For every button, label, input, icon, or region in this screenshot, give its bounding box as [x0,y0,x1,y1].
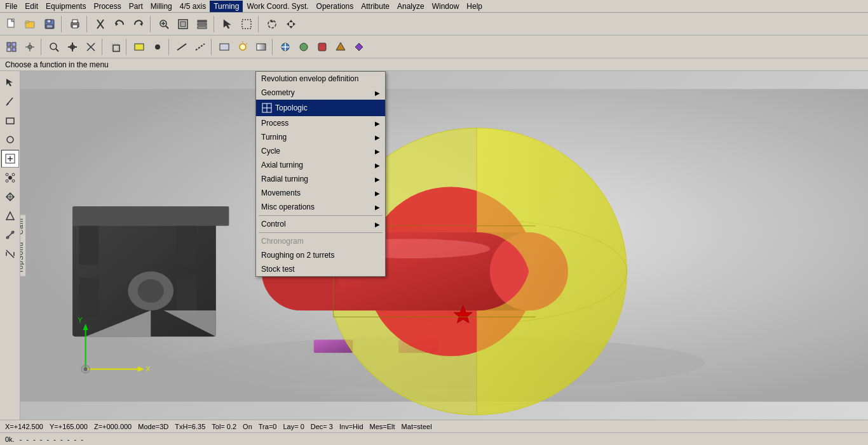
topsolid-cam-label: TopSolid ' Cam [20,215,26,277]
dd-topologic[interactable]: Topologic [256,100,385,116]
svg-line-52 [246,43,247,44]
tb2-op1[interactable] [276,38,294,56]
tb-save[interactable] [41,15,58,33]
svg-marker-59 [336,43,345,50]
tb-sep-3 [150,16,153,32]
menu-45axis[interactable]: 4/5 axis [176,1,210,12]
tb2-op2[interactable] [295,38,313,56]
tb2-pattern[interactable] [191,38,209,56]
dropdown-menu[interactable]: Revolution envelop definition Geometry ▶… [255,71,386,277]
tb-open[interactable] [22,15,39,33]
dd-process[interactable]: Process ▶ [256,116,385,130]
dd-geometry[interactable]: Geometry ▶ [256,86,385,100]
tb2-light[interactable] [234,38,252,56]
dd-movements[interactable]: Movements ▶ [256,186,385,200]
tool-pen[interactable] [1,93,19,110]
tb2-snap[interactable] [64,38,81,56]
tb-cursor[interactable] [219,15,236,33]
tb-layers[interactable] [193,15,211,33]
dd-revolution[interactable]: Revolution envelop definition [256,72,385,86]
status-text: Choose a function in the menu [5,60,109,69]
tb-print[interactable] [66,15,84,33]
svg-marker-28 [289,26,293,29]
coord-tol: Tol= 0.2 [212,423,236,430]
menu-workcoord[interactable]: Work Coord. Syst. [243,1,312,12]
svg-marker-29 [287,22,289,26]
tb2-search[interactable] [45,38,63,56]
main-area: X Y Revolution envelop definition Geomet… [0,71,868,420]
svg-marker-23 [224,20,231,29]
menu-help[interactable]: Help [463,1,486,12]
tb2-shading[interactable] [252,38,270,56]
svg-rect-86 [79,278,98,317]
dd-axialturning[interactable]: Axial turning ▶ [256,158,385,172]
toolbar-row-2 [0,36,868,58]
menu-turning[interactable]: Turning [210,1,243,12]
dd-sep-2 [259,232,383,233]
tool-node[interactable] [1,169,19,187]
tool-transform[interactable] [1,207,19,225]
tb-rotate[interactable] [263,15,281,33]
coord-z: Z=+000.000 [94,423,132,430]
tb2-sep-5 [211,39,214,55]
viewport[interactable]: X Y Revolution envelop definition Geomet… [20,71,868,420]
dd-control-label: Control [261,220,286,229]
tb2-color1[interactable] [130,38,148,56]
menu-operations[interactable]: Operations [313,1,358,12]
menu-file[interactable]: File [1,1,21,12]
tb-redo[interactable] [130,15,147,33]
tb2-op3[interactable] [313,38,331,56]
tb2-dot[interactable] [149,38,166,56]
dd-miscops-label: Misc operations [261,203,315,211]
tb-cut[interactable] [92,15,109,33]
dd-turning-item[interactable]: Turning ▶ [256,130,385,144]
dd-roughing[interactable]: Roughing on 2 turrets [256,248,385,262]
tb2-sep-1 [41,39,43,55]
tool-select[interactable] [1,74,19,91]
tool-active[interactable] [1,150,19,168]
menu-edit[interactable]: Edit [21,1,42,12]
tb2-view1[interactable] [3,38,20,56]
svg-text:X: X [146,365,151,373]
tool-cut[interactable] [1,226,19,244]
tb2-op5[interactable] [350,38,368,56]
menu-attribute[interactable]: Attribute [357,1,393,12]
svg-rect-8 [72,20,78,23]
svg-point-69 [6,173,8,176]
tb2-solid[interactable] [215,38,233,56]
tb2-line[interactable] [173,38,191,56]
svg-rect-6 [46,25,53,28]
dd-cycle-arrow: ▶ [375,148,380,155]
tb2-measure[interactable] [82,38,100,56]
menu-window[interactable]: Window [428,1,463,12]
tb-select[interactable] [238,15,255,33]
dd-miscops[interactable]: Misc operations ▶ [256,200,385,214]
dd-miscops-arrow: ▶ [375,204,380,211]
svg-rect-63 [6,118,14,124]
tb-new[interactable] [3,15,20,33]
menu-analyze[interactable]: Analyze [393,1,428,12]
dd-control[interactable]: Control ▶ [256,217,385,231]
svg-rect-49 [220,44,229,50]
dd-radialturning[interactable]: Radial turning ▶ [256,172,385,186]
menu-process[interactable]: Process [90,1,125,12]
tool-circle[interactable] [1,131,19,149]
tool-dimension[interactable] [1,245,19,263]
dd-stocktest[interactable]: Stock test [256,262,385,276]
tb-undo[interactable] [111,15,128,33]
tb2-grid[interactable] [21,38,39,56]
tb-fit[interactable] [174,15,192,33]
svg-rect-84 [72,206,229,226]
tool-mesh[interactable] [1,188,19,206]
menu-part[interactable]: Part [125,1,147,12]
tb-sep-4 [214,16,216,32]
dd-cycle[interactable]: Cycle ▶ [256,144,385,158]
tool-shape[interactable] [1,112,19,130]
svg-marker-60 [6,79,13,86]
tb-pan[interactable] [282,15,300,33]
menu-equipments[interactable]: Equipments [42,1,90,12]
tb-zoom[interactable] [155,15,173,33]
menu-milling[interactable]: Milling [147,1,176,12]
tb2-rotate2[interactable] [106,38,124,56]
tb2-op4[interactable] [332,38,349,56]
